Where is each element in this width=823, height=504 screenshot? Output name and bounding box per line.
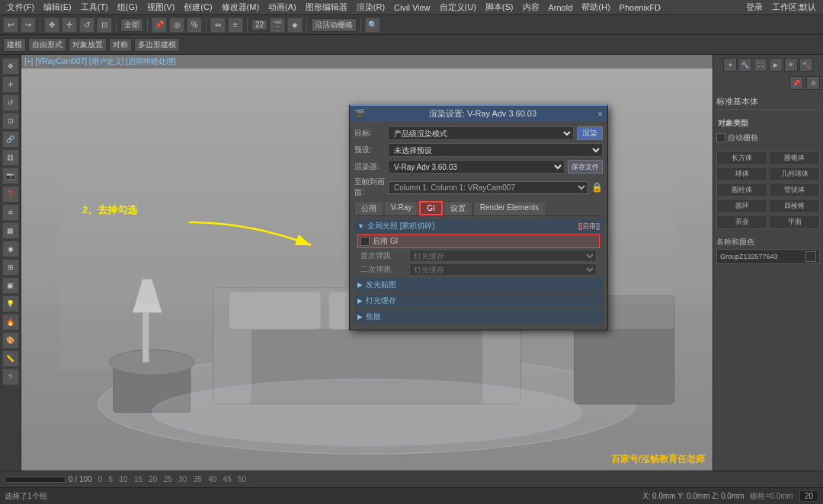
menu-animation[interactable]: 动画(A) <box>264 2 300 13</box>
rp-icon-modify[interactable]: 🔧 <box>738 58 752 72</box>
material-icon[interactable]: ◈ <box>287 18 303 33</box>
auto-grid-checkbox[interactable] <box>716 133 725 142</box>
menu-file[interactable]: 文件(F) <box>3 2 38 13</box>
camera-select[interactable]: Column 1: Column 1: VRayCam007 <box>388 181 588 194</box>
left-question-btn[interactable]: ? <box>2 368 19 385</box>
rp-icon-create[interactable]: ✦ <box>723 58 737 72</box>
align-icon[interactable]: ≡ <box>228 18 243 33</box>
left-isolate-btn[interactable]: ◉ <box>2 241 19 257</box>
obj-cylinder[interactable]: 圆柱体 <box>716 183 767 197</box>
left-flame-btn[interactable]: 🔥 <box>2 314 19 330</box>
menu-modifier[interactable]: 修改器(M) <box>218 2 264 13</box>
left-select-btn[interactable]: ✥ <box>2 58 19 75</box>
tab-common[interactable]: 公用 <box>354 201 383 215</box>
menu-group[interactable]: 组(G) <box>114 2 142 13</box>
tab-vray[interactable]: V-Ray <box>384 201 418 215</box>
menu-civil[interactable]: Civil View <box>390 3 434 12</box>
tab-gi[interactable]: GI <box>419 201 443 215</box>
rp-settings-icon[interactable]: ⚙ <box>806 76 820 90</box>
obj-pyramid[interactable]: 四棱锥 <box>769 199 820 213</box>
rp-icon-display[interactable]: 👁 <box>784 58 798 72</box>
menu-script[interactable]: 脚本(S) <box>482 2 517 13</box>
rp-icon-utilities[interactable]: 🔨 <box>799 58 813 72</box>
preset-select[interactable]: 未选择预设 <box>388 143 603 157</box>
obj-sphere[interactable]: 球体 <box>716 167 767 181</box>
snap-icon[interactable]: 📌 <box>152 18 167 33</box>
left-select-filter-btn[interactable]: ▦ <box>2 222 19 239</box>
dialog-close-btn[interactable]: × <box>597 109 603 120</box>
menu-create[interactable]: 创建(C) <box>180 2 216 13</box>
left-paint-btn[interactable]: 🎨 <box>2 332 19 349</box>
ribbon-btn[interactable]: 建模 <box>3 38 26 52</box>
separator6 <box>306 18 307 32</box>
render-icon[interactable]: 🎬 <box>270 18 285 33</box>
rp-color-swatch[interactable] <box>805 251 816 262</box>
enable-gi-checkbox[interactable] <box>360 237 370 246</box>
renderer-select[interactable]: V-Ray Adv 3.60.03 <box>388 160 565 174</box>
dialog-titlebar[interactable]: 🎬 渲染设置: V-Ray Adv 3.60.03 × <box>350 106 607 122</box>
obj-cone[interactable]: 圆锥体 <box>769 151 820 165</box>
menu-login[interactable]: 登录 <box>742 2 767 13</box>
multi-poly-btn[interactable]: 多边形建模 <box>134 38 180 52</box>
left-scale-btn[interactable]: ⊡ <box>2 113 19 129</box>
rp-icon-hierarchy[interactable]: ⛶ <box>754 58 767 72</box>
enable-gi-row[interactable]: 启用 GI <box>357 234 600 248</box>
obj-box[interactable]: 长方体 <box>716 151 767 165</box>
obj-geosphere[interactable]: 几何球体 <box>769 167 820 181</box>
light-cache-section-header[interactable]: ▶ 灯光缓存 <box>354 294 603 308</box>
caustics-section-header[interactable]: ▶ 焦散 <box>354 310 603 324</box>
search-icon[interactable]: 🔍 <box>365 18 380 33</box>
obj-plane[interactable]: 平面 <box>769 215 820 229</box>
left-measure-btn[interactable]: 📏 <box>2 350 19 367</box>
move-icon[interactable]: ✛ <box>62 18 77 33</box>
left-helper-btn[interactable]: ❓ <box>2 186 19 203</box>
render-count-btn[interactable]: 22 <box>251 19 267 30</box>
left-wireframe-btn[interactable]: ▣ <box>2 277 19 294</box>
symmetry-btn[interactable]: 对称 <box>109 38 132 52</box>
menu-content[interactable]: 内容 <box>519 2 543 13</box>
menu-graph-editor[interactable]: 图形编辑器 <box>302 2 351 13</box>
select-icon[interactable]: ✥ <box>44 18 59 33</box>
redo-icon[interactable]: ↪ <box>21 18 36 33</box>
scale-icon[interactable]: ⊡ <box>97 18 112 33</box>
left-unlink-btn[interactable]: ⛓ <box>2 149 19 166</box>
target-select[interactable]: 产品级渲染模式 <box>388 126 574 140</box>
render-button[interactable]: 渲染 <box>577 126 603 140</box>
left-space-warp-btn[interactable]: ≋ <box>2 204 19 221</box>
rp-icon-motion[interactable]: ▶ <box>769 58 783 72</box>
rp-pin-icon[interactable]: 📌 <box>789 76 803 90</box>
angle-snap-icon[interactable]: ◎ <box>169 18 184 33</box>
left-light-btn[interactable]: 💡 <box>2 295 19 312</box>
irradiance-section-header[interactable]: ▶ 发光贴图 <box>354 278 603 292</box>
obj-torus[interactable]: 圆环 <box>716 199 767 213</box>
rotate-icon[interactable]: ↺ <box>79 18 94 33</box>
mirror-icon[interactable]: ⇔ <box>210 18 226 33</box>
save-file-btn[interactable]: 保存文件 <box>568 160 603 174</box>
menu-arnold[interactable]: Arnold <box>545 3 577 12</box>
gi-section-header[interactable]: ▼ 全局光照 [累积切碎] [[启用]] <box>354 219 603 233</box>
select-all-btn[interactable]: 全部 <box>120 18 143 32</box>
obj-tube[interactable]: 管状体 <box>769 183 820 197</box>
left-link-btn[interactable]: 🔗 <box>2 131 19 148</box>
menu-workspace[interactable]: 工作区:默认 <box>768 2 820 13</box>
freeform-btn[interactable]: 自由形式 <box>28 38 66 52</box>
active-grid-btn[interactable]: 沿活动栅格 <box>311 18 357 32</box>
menu-view[interactable]: 视图(V) <box>143 2 179 13</box>
menu-custom[interactable]: 自定义(U) <box>436 2 480 13</box>
menu-edit[interactable]: 编辑(E) <box>40 2 75 13</box>
left-rotate-btn[interactable]: ↺ <box>2 94 19 111</box>
percent-snap-icon[interactable]: % <box>187 18 202 33</box>
tab-render-elements[interactable]: Render Elements <box>473 201 546 215</box>
left-layer-btn[interactable]: ⊞ <box>2 259 19 276</box>
viewport[interactable]: [+] [VRayCam007] [用户定义] [启用明暗处理] 2、去掉勾选 … <box>21 55 713 471</box>
menu-phoenixfd[interactable]: PhoenixFD <box>616 3 664 12</box>
undo-icon[interactable]: ↩ <box>3 18 18 33</box>
menu-help[interactable]: 帮助(H) <box>578 2 613 13</box>
menu-render[interactable]: 渲染(R) <box>353 2 389 13</box>
menu-tool[interactable]: 工具(T) <box>77 2 112 13</box>
obj-teapot[interactable]: 茶壶 <box>716 215 767 229</box>
tab-settings[interactable]: 设置 <box>444 201 472 215</box>
placement-btn[interactable]: 对象放置 <box>69 38 107 52</box>
left-move-btn[interactable]: ✛ <box>2 76 19 93</box>
left-camera-btn[interactable]: 📷 <box>2 167 19 184</box>
